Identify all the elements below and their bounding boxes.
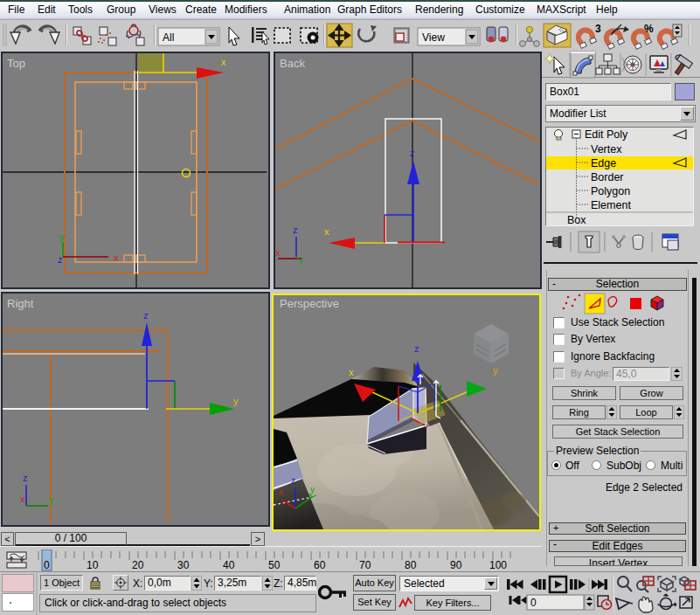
svg-text:z: z bbox=[293, 225, 298, 235]
svg-text:Element: Element bbox=[591, 199, 631, 211]
svg-text:60: 60 bbox=[314, 559, 326, 571]
svg-text:30: 30 bbox=[177, 559, 190, 571]
svg-text:80: 80 bbox=[405, 559, 417, 571]
svg-text:Top: Top bbox=[7, 57, 25, 70]
svg-text:y: y bbox=[49, 494, 54, 505]
svg-text:20: 20 bbox=[132, 559, 144, 571]
svg-text:Edit Poly: Edit Poly bbox=[585, 128, 628, 141]
svg-text:y: y bbox=[298, 254, 303, 265]
svg-text:y: y bbox=[233, 396, 239, 406]
svg-text:y: y bbox=[493, 365, 498, 376]
svg-text:x: x bbox=[349, 367, 354, 377]
svg-text:All: All bbox=[163, 31, 174, 44]
svg-text:z: z bbox=[58, 254, 63, 265]
svg-text:90: 90 bbox=[450, 559, 462, 571]
svg-text:x: x bbox=[20, 494, 25, 504]
svg-text:z: z bbox=[414, 343, 419, 354]
svg-text:View: View bbox=[422, 31, 445, 44]
svg-text:50: 50 bbox=[268, 559, 281, 571]
svg-text:Edge: Edge bbox=[591, 157, 616, 169]
svg-text:40: 40 bbox=[223, 559, 235, 571]
svg-text:Back: Back bbox=[280, 57, 305, 70]
svg-text:100: 100 bbox=[489, 559, 507, 571]
svg-text:x: x bbox=[221, 57, 226, 67]
svg-text:Right: Right bbox=[7, 297, 34, 310]
svg-text:Perspective: Perspective bbox=[280, 297, 339, 310]
svg-text:z: z bbox=[291, 476, 295, 486]
svg-text:z: z bbox=[410, 148, 415, 158]
svg-text:x: x bbox=[114, 252, 119, 263]
svg-text:70: 70 bbox=[359, 559, 371, 571]
svg-text:%: % bbox=[644, 23, 654, 35]
svg-text:Vertex: Vertex bbox=[591, 143, 622, 155]
svg-text:x: x bbox=[324, 226, 329, 237]
svg-text:x: x bbox=[279, 487, 283, 497]
svg-text:Border: Border bbox=[591, 171, 624, 183]
svg-text:0: 0 bbox=[44, 559, 50, 571]
svg-text:y: y bbox=[310, 485, 315, 494]
svg-text:y: y bbox=[59, 231, 65, 242]
svg-text:x: x bbox=[275, 247, 281, 258]
svg-text:0: 0 bbox=[530, 597, 537, 609]
svg-text:Box: Box bbox=[567, 214, 586, 225]
svg-text:Polygon: Polygon bbox=[591, 185, 630, 197]
svg-text:3: 3 bbox=[595, 23, 601, 35]
svg-text:z: z bbox=[23, 473, 28, 483]
svg-text:10: 10 bbox=[87, 559, 99, 571]
svg-text:z: z bbox=[143, 310, 149, 321]
